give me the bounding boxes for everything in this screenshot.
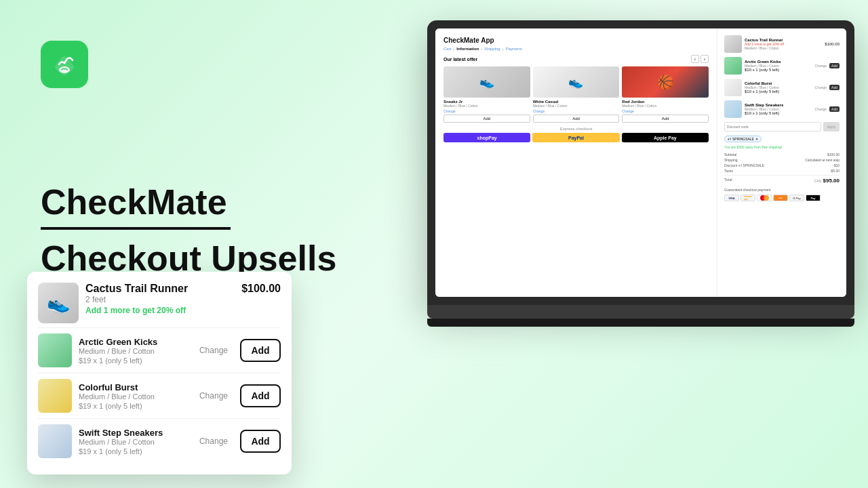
app-icon — [41, 41, 88, 88]
next-btn[interactable]: › — [701, 55, 709, 63]
offer-header: Our latest offer ‹ › — [443, 55, 709, 63]
discount-tag: 🏷SPRINGSALE✕ — [724, 136, 762, 142]
apple-pay-icon: Pay — [806, 195, 821, 201]
checkout-app-title: CheckMate App — [443, 37, 709, 44]
laptop-mockup: CheckMate App Cart › Information › Shipp… — [427, 20, 854, 332]
product-variant-3: Medium / Blue / Cotton — [622, 104, 709, 108]
card-add-arctic[interactable]: Add — [240, 339, 281, 362]
card-hero-name: Cactus Trail Runner — [85, 283, 235, 295]
cart-item-colorful: Colorful Burst Medium / Blue / Cotton $1… — [724, 79, 840, 96]
card-add-colorful[interactable]: Add — [240, 384, 281, 407]
card-change-arctic[interactable]: Change — [199, 346, 228, 355]
product-img-3: 🏀 — [622, 66, 709, 98]
card-price: $100.00 — [241, 283, 281, 295]
cart-item-swift-info: Swift Step Sneakers Medium / Blue / Cott… — [745, 103, 812, 115]
summary-taxes: Taxes -$5.00 — [724, 169, 840, 173]
discover-icon: ●●● — [773, 195, 788, 201]
apply-btn[interactable]: Apply — [823, 122, 840, 131]
card-add-swift[interactable]: Add — [240, 430, 281, 453]
card-change-swift[interactable]: Change — [199, 436, 228, 446]
laptop-body: CheckMate App Cart › Information › Shipp… — [427, 20, 854, 305]
card-change-colorful[interactable]: Change — [199, 391, 228, 401]
change-link-3[interactable]: Change — [622, 109, 709, 113]
amazon-pay-icon: amazonpay — [741, 195, 755, 201]
card-item-img-swift — [38, 424, 72, 458]
shipping-notice: You are $300 away from free shipping! — [724, 145, 840, 149]
floating-upsell-card: 👟 Cactus Trail Runner 2 feet Add 1 more … — [27, 272, 292, 474]
discount-input[interactable] — [724, 122, 821, 131]
card-header: 👟 Cactus Trail Runner 2 feet Add 1 more … — [38, 283, 281, 323]
product-grid: 👟 Sneakz Jr Medium / Blue / Cotton Chang… — [443, 66, 709, 123]
card-item-swift: Swift Step Sneakers Medium / Blue / Cott… — [38, 418, 281, 464]
product-card-3: 🏀 Red Jordan Medium / Blue / Cotton Chan… — [622, 66, 709, 123]
headline-checkmate: CheckMate — [41, 183, 339, 222]
shopPay-btn[interactable]: shopPay — [443, 133, 530, 142]
cart-thumb-swift — [724, 100, 742, 118]
add-btn-3[interactable]: Add — [622, 115, 709, 123]
summary-discount: Discount 🏷 SPRINGSALE -$10 — [724, 163, 840, 167]
cart-item-colorful-info: Colorful Burst Medium / Blue / Cotton $1… — [745, 81, 812, 94]
card-hero-image: 👟 — [38, 283, 79, 323]
cart-item-arctic: Arctic Green Kicks Medium / Blue / Cotto… — [724, 57, 840, 75]
card-item-arctic: Arctic Green Kicks Medium / Blue / Cotto… — [38, 327, 281, 373]
discount-row: Apply — [724, 122, 840, 131]
change-link-2[interactable]: Change — [533, 109, 620, 113]
card-item-info-arctic: Arctic Green Kicks Medium / Blue / Cotto… — [79, 337, 193, 365]
summary-shipping: Shipping Calculated at next step — [724, 158, 840, 162]
visa-icon: VISA — [724, 195, 739, 201]
express-title: Express checkout — [443, 127, 709, 131]
mastercard-icon — [757, 195, 772, 201]
underline-decoration — [41, 227, 231, 230]
card-item-info-swift: Swift Step Sneakers Medium / Blue / Cott… — [79, 428, 193, 455]
summary-total: Total CAD $95.00 — [724, 175, 840, 184]
laptop-foot — [427, 319, 854, 327]
product-variant-2: Medium / Blue / Cotton — [533, 104, 620, 108]
card-item-img-arctic — [38, 333, 72, 367]
cart-item-cactus-info: Cactus Trail Runner Add 1 more to get 20… — [745, 38, 822, 50]
cart-item-swift: Swift Step Sneakers Medium / Blue / Cott… — [724, 100, 840, 118]
product-card-2: 👟 White Casual Medium / Blue / Cotton Ch… — [533, 66, 620, 123]
payment-icons: VISA amazonpay ●●● G Pay Pay — [724, 195, 840, 201]
cart-thumb-cactus — [724, 35, 742, 53]
summary-subtotal: Subtotal $100.00 — [724, 152, 840, 157]
paypal-btn[interactable]: PayPal — [532, 133, 619, 142]
pay-buttons: shopPay PayPal Apple Pay — [443, 133, 709, 142]
card-hero-info: Cactus Trail Runner 2 feet Add 1 more to… — [85, 283, 235, 315]
gpay-icon: G Pay — [789, 195, 804, 201]
cart-item-arctic-info: Arctic Green Kicks Medium / Blue / Cotto… — [745, 60, 812, 72]
card-item-info-colorful: Colorful Burst Medium / Blue / Cotton $1… — [79, 382, 193, 410]
product-variant-1: Medium / Blue / Cotton — [443, 104, 530, 108]
cart-sidebar: Cactus Trail Runner Add 1 more to get 20… — [717, 28, 846, 297]
breadcrumb: Cart › Information › Shipping › Payment — [443, 47, 709, 51]
guarantee-text: Guaranteed checkout payment — [724, 188, 840, 192]
change-link-1[interactable]: Change — [443, 109, 530, 113]
checkout-left-panel: CheckMate App Cart › Information › Shipp… — [435, 28, 717, 297]
card-item-colorful: Colorful Burst Medium / Blue / Cotton $1… — [38, 373, 281, 418]
prev-btn[interactable]: ‹ — [691, 55, 699, 63]
laptop-base — [427, 305, 854, 319]
laptop-screen: CheckMate App Cart › Information › Shipp… — [435, 28, 846, 297]
cart-thumb-arctic — [724, 57, 742, 75]
card-item-img-colorful — [38, 379, 72, 413]
cart-thumb-colorful — [724, 79, 742, 96]
add-btn-1[interactable]: Add — [443, 115, 530, 123]
card-hero-feet: 2 feet — [85, 295, 235, 304]
add-btn-2[interactable]: Add — [533, 115, 620, 123]
cart-item-cactus: Cactus Trail Runner Add 1 more to get 20… — [724, 35, 840, 53]
apple-pay-btn[interactable]: Apple Pay — [622, 133, 709, 142]
card-upsell-text: Add 1 more to get 20% off — [85, 306, 235, 315]
product-card-1: 👟 Sneakz Jr Medium / Blue / Cotton Chang… — [443, 66, 530, 123]
product-img-1: 👟 — [443, 66, 530, 98]
product-img-2: 👟 — [533, 66, 620, 98]
